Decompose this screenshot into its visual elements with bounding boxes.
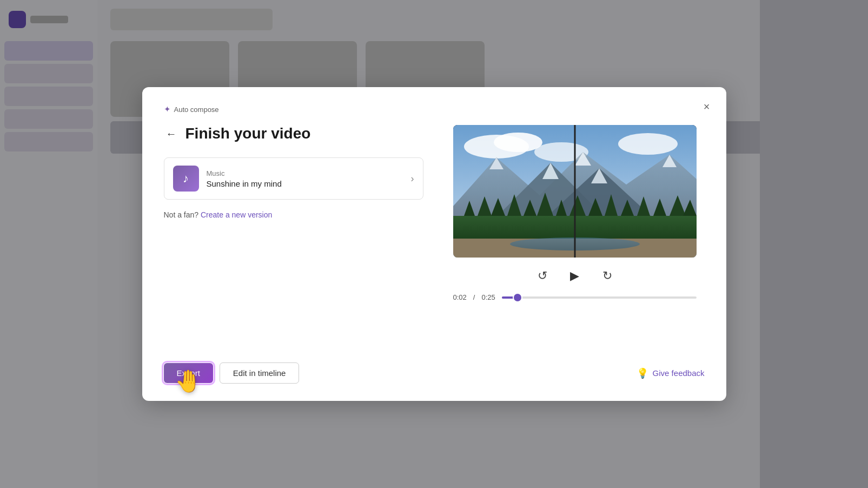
playback-controls: ↺ ▶ ↻ — [533, 266, 617, 286]
title-row: ← Finish your video — [164, 125, 423, 142]
finish-video-modal: ✦ Auto compose × ← Finish your video ♪ — [142, 87, 726, 401]
export-button[interactable]: Export 🤚 — [164, 363, 213, 383]
create-new-version-link-2[interactable]: Create a new version — [201, 210, 272, 219]
music-info: Music Sunshine in my mind — [207, 169, 403, 188]
music-name: Sunshine in my mind — [207, 179, 403, 188]
music-label: Music — [207, 169, 403, 177]
footer-actions: Export 🤚 Edit in timeline — [164, 362, 300, 384]
give-feedback-label: Give feedback — [653, 368, 705, 378]
svg-point-2 — [494, 133, 542, 152]
edit-timeline-button[interactable]: Edit in timeline — [220, 362, 300, 384]
modal-body: ← Finish your video ♪ Music Sunshine in … — [164, 125, 705, 347]
auto-compose-label: ✦ Auto compose — [164, 104, 219, 114]
progress-row: 0:02 / 0:25 — [453, 293, 697, 301]
progress-thumb[interactable] — [514, 294, 521, 301]
give-feedback-link[interactable]: 💡 Give feedback — [637, 367, 705, 379]
auto-compose-text: Auto compose — [174, 105, 219, 114]
time-current: 0:02 — [453, 293, 467, 301]
chevron-right-icon: › — [411, 173, 414, 184]
play-button[interactable]: ▶ — [565, 266, 585, 286]
modal-overlay: ✦ Auto compose × ← Finish your video ♪ — [0, 0, 868, 488]
video-preview — [453, 125, 697, 258]
modal-right-panel: ↺ ▶ ↻ 0:02 / 0:25 — [445, 125, 705, 347]
music-note-icon: ♪ — [183, 172, 189, 186]
time-total: 0:25 — [481, 293, 495, 301]
close-button[interactable]: × — [698, 98, 715, 115]
replay-button[interactable]: ↺ — [533, 266, 552, 286]
export-label: Export — [177, 368, 200, 378]
modal-header: ✦ Auto compose — [164, 104, 705, 114]
music-icon-box: ♪ — [173, 166, 199, 192]
not-a-fan-text: Not a fan? — [164, 210, 199, 219]
progress-bar-track[interactable] — [502, 296, 697, 299]
back-button[interactable]: ← — [164, 126, 179, 142]
music-card[interactable]: ♪ Music Sunshine in my mind › — [164, 157, 423, 200]
modal-left-panel: ← Finish your video ♪ Music Sunshine in … — [164, 125, 423, 347]
not-a-fan-section: Not a fan? Create a new version — [164, 210, 423, 219]
forward-button[interactable]: ↻ — [598, 266, 617, 286]
svg-point-4 — [618, 133, 678, 155]
modal-title: Finish your video — [185, 125, 311, 142]
auto-compose-icon: ✦ — [164, 104, 171, 114]
video-scrubber-line — [574, 125, 575, 258]
modal-footer: Export 🤚 Edit in timeline 💡 Give feedbac… — [164, 362, 705, 384]
time-separator: / — [473, 293, 475, 301]
feedback-icon: 💡 — [637, 367, 648, 379]
